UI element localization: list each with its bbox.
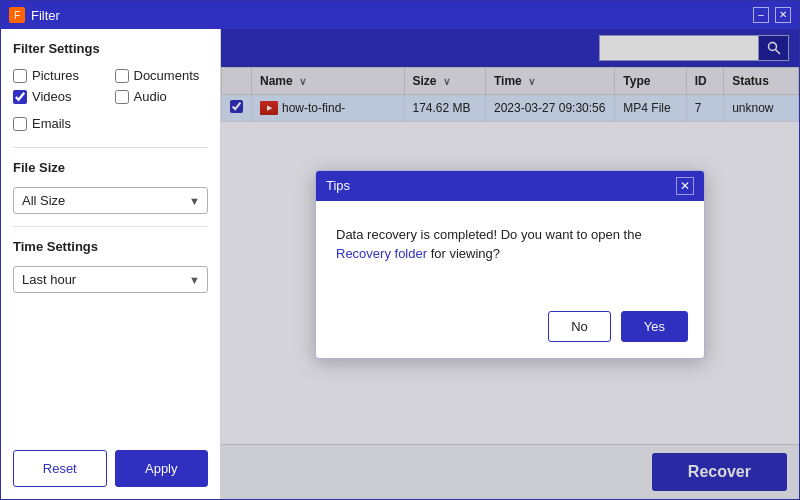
videos-label: Videos	[32, 89, 72, 104]
window-title: Filter	[31, 8, 60, 23]
file-size-dropdown-wrapper: All Size < 1 MB 1–10 MB 10–100 MB > 100 …	[13, 187, 208, 214]
apply-button[interactable]: Apply	[115, 450, 209, 487]
documents-checkbox-item[interactable]: Documents	[115, 68, 209, 83]
separator-1	[13, 147, 208, 148]
modal-body: Data recovery is completed! Do you want …	[316, 201, 704, 301]
reset-button[interactable]: Reset	[13, 450, 107, 487]
sidebar-bottom: Reset Apply	[13, 450, 208, 487]
videos-checkbox[interactable]	[13, 90, 27, 104]
close-button[interactable]: ✕	[775, 7, 791, 23]
pictures-checkbox[interactable]	[13, 69, 27, 83]
documents-checkbox[interactable]	[115, 69, 129, 83]
filter-checkboxes: Pictures Documents Videos Audio	[13, 68, 208, 104]
videos-checkbox-item[interactable]: Videos	[13, 89, 107, 104]
title-bar-left: F Filter	[9, 7, 60, 23]
sidebar: Filter Settings Pictures Documents Video…	[1, 29, 221, 499]
modal-title: Tips	[326, 178, 350, 193]
content-area: Name ∨ Size ∨ Time ∨ Type	[221, 29, 799, 499]
app-icon: F	[9, 7, 25, 23]
file-size-title: File Size	[13, 160, 208, 175]
pictures-label: Pictures	[32, 68, 79, 83]
recovery-folder-link[interactable]: Recovery folder	[336, 246, 427, 261]
audio-checkbox-item[interactable]: Audio	[115, 89, 209, 104]
filter-settings-title: Filter Settings	[13, 41, 208, 56]
modal-overlay: Tips ✕ Data recovery is completed! Do yo…	[221, 29, 799, 499]
title-bar: F Filter – ✕	[1, 1, 799, 29]
modal-title-bar: Tips ✕	[316, 171, 704, 201]
pictures-checkbox-item[interactable]: Pictures	[13, 68, 107, 83]
modal-no-button[interactable]: No	[548, 311, 611, 342]
emails-checkbox[interactable]	[13, 117, 27, 131]
audio-checkbox[interactable]	[115, 90, 129, 104]
modal-close-button[interactable]: ✕	[676, 177, 694, 195]
time-dropdown-wrapper: Last hour Last 24 hours Last week Last m…	[13, 266, 208, 293]
modal-footer: No Yes	[316, 301, 704, 358]
title-bar-controls: – ✕	[753, 7, 791, 23]
emails-label: Emails	[32, 116, 71, 131]
time-select[interactable]: Last hour Last 24 hours Last week Last m…	[13, 266, 208, 293]
emails-checkbox-item[interactable]: Emails	[13, 116, 208, 131]
separator-2	[13, 226, 208, 227]
modal-dialog: Tips ✕ Data recovery is completed! Do yo…	[315, 170, 705, 359]
file-size-select[interactable]: All Size < 1 MB 1–10 MB 10–100 MB > 100 …	[13, 187, 208, 214]
documents-label: Documents	[134, 68, 200, 83]
modal-yes-button[interactable]: Yes	[621, 311, 688, 342]
modal-message: Data recovery is completed! Do you want …	[336, 225, 684, 264]
time-settings-title: Time Settings	[13, 239, 208, 254]
main-body: Filter Settings Pictures Documents Video…	[1, 29, 799, 499]
audio-label: Audio	[134, 89, 167, 104]
main-window: F Filter – ✕ Filter Settings Pictures Do…	[0, 0, 800, 500]
minimize-button[interactable]: –	[753, 7, 769, 23]
